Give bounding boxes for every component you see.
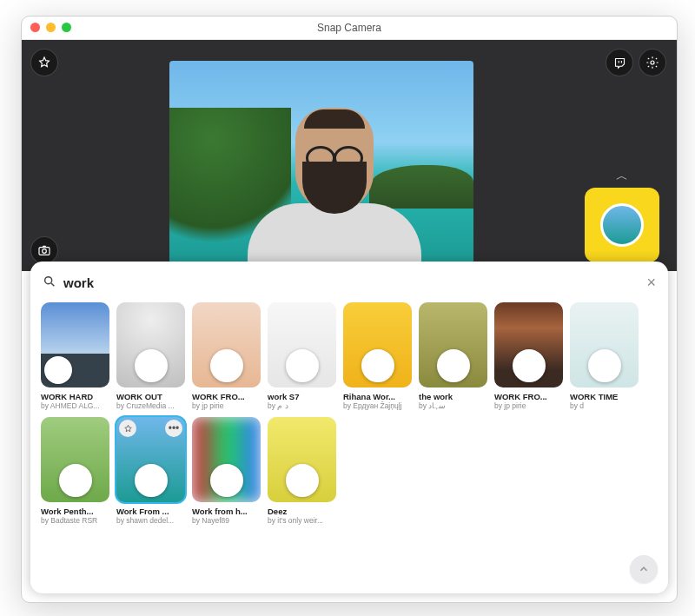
camera-area: ︿ (22, 40, 677, 271)
lens-tile[interactable]: Rihana Wor...by Ердуан Žajņųļj (343, 302, 412, 410)
lens-title: WORK FRO... (192, 392, 261, 401)
lens-thumbnail[interactable] (343, 302, 412, 387)
lens-title: WORK HARD (41, 392, 109, 401)
lens-tile[interactable]: Work from h...by Nayef89 (192, 417, 261, 525)
zoom-window-button[interactable] (62, 23, 71, 32)
twitch-icon (613, 56, 626, 70)
svg-point-0 (651, 61, 654, 64)
lens-author: by Nayef89 (192, 516, 261, 525)
lens-icon (210, 464, 243, 497)
search-bar: × (41, 272, 658, 294)
lens-icon (286, 349, 319, 382)
gear-icon (645, 56, 659, 70)
lens-tile[interactable]: WORK HARDby AHMED ALG... (41, 302, 109, 410)
search-icon (43, 275, 56, 288)
lens-tile[interactable]: WORK OUTby CruzeMedia ... (116, 302, 185, 410)
person-figure (248, 99, 421, 264)
lens-author: by jp pirie (494, 401, 563, 410)
snapcode[interactable] (585, 188, 659, 262)
results-grid: WORK HARDby AHMED ALG...WORK OUTby Cruze… (41, 302, 658, 525)
lens-title: Work Penth... (41, 507, 109, 516)
lens-thumbnail[interactable] (570, 302, 639, 387)
lens-tile[interactable]: WORK FRO...by jp pirie (192, 302, 261, 410)
svg-rect-1 (39, 248, 50, 255)
favorites-button[interactable] (30, 49, 58, 76)
window-title: Snap Camera (317, 22, 381, 34)
twitch-button[interactable] (606, 49, 633, 76)
lens-tile[interactable]: work S7by د م (268, 302, 336, 410)
lens-tile[interactable]: Deezby it's only weir... (268, 417, 336, 525)
lens-icon (286, 464, 319, 497)
lens-icon (44, 356, 72, 384)
lens-thumbnail[interactable] (116, 302, 185, 387)
lens-author: by AHMED ALG... (41, 401, 109, 410)
favorite-button[interactable] (119, 420, 136, 437)
lens-title: Rihana Wor... (343, 392, 412, 401)
lens-title: Work From ... (116, 507, 185, 516)
lens-author: by d (570, 401, 639, 410)
lens-thumbnail[interactable] (494, 302, 563, 387)
lens-author: by Ердуан Žajņųļj (343, 401, 412, 410)
scroll-top-button[interactable] (630, 555, 658, 583)
lens-thumbnail[interactable] (41, 302, 109, 387)
camera-icon (37, 243, 51, 257)
lens-author: by د م (268, 401, 336, 410)
lens-thumbnail[interactable] (192, 417, 261, 502)
lens-thumbnail[interactable] (419, 302, 487, 387)
star-icon (123, 424, 133, 434)
lens-author: by سہاد (419, 401, 487, 410)
lens-thumbnail[interactable] (268, 417, 336, 502)
close-window-button[interactable] (30, 23, 40, 32)
lens-icon (135, 464, 168, 497)
lens-icon (513, 349, 546, 382)
svg-point-3 (45, 277, 52, 284)
lens-author: by CruzeMedia ... (116, 401, 185, 410)
lens-author: by jp pirie (192, 401, 261, 410)
lens-icon (361, 349, 394, 382)
lens-title: Deez (268, 507, 336, 516)
svg-point-2 (43, 249, 47, 254)
lens-icon (437, 349, 470, 382)
take-photo-button[interactable] (30, 236, 58, 264)
minimize-window-button[interactable] (46, 23, 56, 32)
lens-author: by it's only weir... (268, 516, 336, 525)
lens-thumbnail[interactable] (192, 302, 261, 387)
title-bar: Snap Camera (22, 17, 677, 40)
lens-tile[interactable]: •••Work From ...by shawn dedel... (116, 417, 185, 525)
lens-tile[interactable]: WORK TIMEby d (570, 302, 639, 410)
lens-icon (135, 349, 168, 382)
lens-thumbnail[interactable] (41, 417, 109, 502)
lens-icon (210, 349, 243, 382)
lens-title: WORK FRO... (494, 392, 563, 401)
lens-icon (59, 464, 92, 497)
lens-title: WORK TIME (570, 392, 639, 401)
lens-tile[interactable]: WORK FRO...by jp pirie (494, 302, 563, 410)
camera-preview (169, 61, 473, 264)
settings-button[interactable] (639, 49, 666, 76)
lens-title: WORK OUT (116, 392, 185, 401)
lens-author: by shawn dedel... (116, 516, 185, 525)
clear-search-button[interactable]: × (646, 274, 656, 292)
search-input[interactable] (41, 272, 658, 294)
lens-title: Work from h... (192, 507, 261, 516)
lens-icon (588, 349, 621, 382)
lens-thumbnail[interactable]: ••• (116, 417, 185, 502)
chevron-up-icon (638, 563, 650, 575)
lens-tile[interactable]: the workby سہاد (419, 302, 487, 410)
window-controls (30, 23, 71, 32)
app-window: Snap Camera ︿ × WORK HA (21, 16, 678, 603)
lens-title: work S7 (268, 392, 336, 401)
lens-author: by Badtaste RSR (41, 516, 109, 525)
results-panel: × WORK HARDby AHMED ALG...WORK OUTby Cru… (30, 262, 668, 593)
more-button[interactable]: ••• (165, 420, 182, 437)
star-icon (37, 56, 51, 70)
lens-thumbnail[interactable] (268, 302, 336, 387)
lens-title: the work (419, 392, 487, 401)
lens-tile[interactable]: Work Penth...by Badtaste RSR (41, 417, 109, 525)
chevron-up-icon[interactable]: ︿ (616, 169, 628, 184)
